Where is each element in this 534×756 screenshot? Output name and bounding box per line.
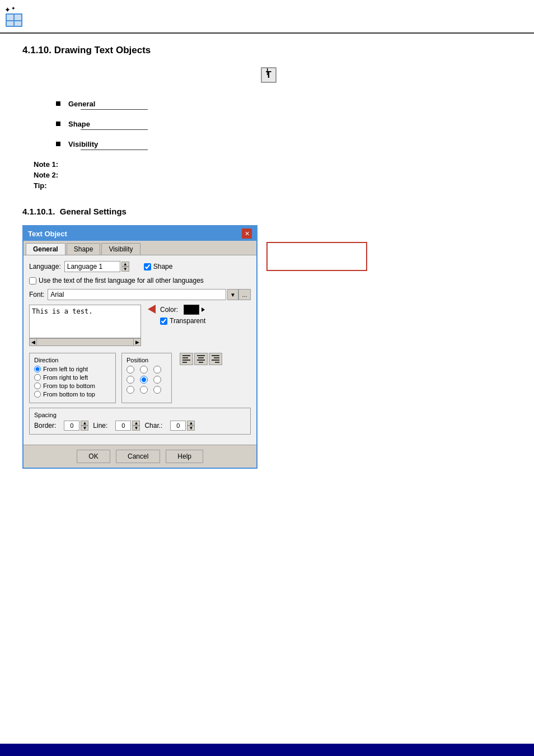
border-spinner[interactable]: ▲ ▼ xyxy=(81,421,88,431)
dialog-wrapper: Text Object ✕ General Shape Visibility L… xyxy=(22,225,512,469)
pos-top-right[interactable] xyxy=(153,366,161,374)
bullet-list: General Shape Visibility xyxy=(56,100,512,150)
align-center-icon xyxy=(197,355,205,363)
shape-checkbox[interactable] xyxy=(144,263,151,270)
text-input[interactable]: This is a test. xyxy=(29,305,141,338)
lang-spin-down[interactable]: ▼ xyxy=(121,267,129,272)
direction-left-to-right: From left to right xyxy=(34,366,111,372)
red-arrow-indicator xyxy=(148,305,156,314)
transparent-checkbox[interactable] xyxy=(160,318,167,325)
char-spinner-group: ▲ ▼ xyxy=(170,421,195,431)
radio-left-to-right[interactable] xyxy=(34,366,41,372)
help-button[interactable]: Help xyxy=(166,450,203,463)
language-spinner[interactable]: ▲ ▼ xyxy=(121,262,129,272)
dialog-buttons: OK Cancel Help xyxy=(24,445,256,468)
font-dropdown-button[interactable]: ▼ xyxy=(227,289,238,300)
line-spin-down[interactable]: ▼ xyxy=(132,426,140,431)
use-text-label[interactable]: Use the text of the first language for a… xyxy=(29,277,204,284)
position-grid xyxy=(127,366,167,394)
spacing-section: Spacing Border: ▲ ▼ Line: xyxy=(29,408,251,435)
label-left-to-right: From left to right xyxy=(43,366,88,372)
line-spin-up[interactable]: ▲ xyxy=(132,421,140,426)
dialog-title-bar: Text Object ✕ xyxy=(24,226,256,241)
svg-rect-3 xyxy=(7,15,13,20)
char-label: Char.: xyxy=(144,422,162,430)
char-input[interactable] xyxy=(170,421,186,431)
pos-top-left[interactable] xyxy=(127,366,134,374)
pos-bot-left[interactable] xyxy=(127,386,134,394)
direction-label: Direction xyxy=(34,357,111,363)
bullet-label-visibility: Visibility xyxy=(68,140,148,148)
font-browse-button[interactable]: ... xyxy=(238,289,251,300)
svg-text:✦: ✦ xyxy=(4,6,11,14)
radio-right-to-left[interactable] xyxy=(34,374,41,381)
note-2: Note 2: xyxy=(34,171,512,179)
label-top-to-bottom: From top to bottom xyxy=(43,382,95,389)
radio-top-to-bottom[interactable] xyxy=(34,382,41,389)
tab-visibility[interactable]: Visibility xyxy=(101,243,140,255)
bullet-item-visibility: Visibility xyxy=(56,140,512,150)
align-left-button[interactable] xyxy=(180,353,193,365)
hscroll-track[interactable] xyxy=(37,338,133,346)
ok-button[interactable]: OK xyxy=(77,450,110,463)
dialog-close-button[interactable]: ✕ xyxy=(242,228,252,239)
line-input[interactable] xyxy=(115,421,131,431)
tab-general[interactable]: General xyxy=(26,243,65,255)
spacing-label: Spacing xyxy=(34,412,246,418)
align-center-button[interactable] xyxy=(194,353,208,365)
bullet-item-general: General xyxy=(56,100,512,110)
char-spinner[interactable]: ▲ ▼ xyxy=(187,421,195,431)
svg-rect-6 xyxy=(15,21,21,26)
align-left-icon xyxy=(182,355,190,363)
align-right-icon xyxy=(212,355,219,363)
language-row: Language: ▲ ▼ Shape xyxy=(29,261,251,272)
border-spin-up[interactable]: ▲ xyxy=(81,421,88,426)
line-label: Line: xyxy=(93,422,107,430)
dialog-box: Text Object ✕ General Shape Visibility L… xyxy=(22,225,257,469)
line-spinner[interactable]: ▲ ▼ xyxy=(132,421,140,431)
cursor-t-icon: | xyxy=(266,67,268,75)
hscroll-right[interactable]: ▶ xyxy=(133,338,141,346)
border-spin-down[interactable]: ▼ xyxy=(81,426,88,431)
position-section: Position xyxy=(121,353,172,403)
text-input-wrapper: This is a test. ◀ ▶ xyxy=(29,305,141,349)
transparent-row: Transparent xyxy=(160,317,205,325)
direction-top-to-bottom: From top to bottom xyxy=(34,382,111,389)
pos-mid-center[interactable] xyxy=(140,376,148,384)
shape-checkbox-text: Shape xyxy=(153,263,173,270)
dir-pos-row: Direction From left to right From right … xyxy=(29,353,251,403)
pos-bot-right[interactable] xyxy=(153,386,161,394)
logo-icon: ✦ ✦ xyxy=(4,4,26,28)
font-label: Font: xyxy=(29,291,44,298)
dialog-tabs: General Shape Visibility xyxy=(24,241,256,255)
cancel-button[interactable]: Cancel xyxy=(116,450,160,463)
sub-section-heading: 4.1.10.1. General Settings xyxy=(22,207,512,216)
color-arrow-icon[interactable] xyxy=(202,307,205,312)
border-input[interactable] xyxy=(64,421,79,431)
text-tool-row: | T xyxy=(22,67,512,83)
svg-text:✦: ✦ xyxy=(11,6,16,11)
color-box[interactable] xyxy=(184,305,199,315)
shape-checkbox-label[interactable]: Shape xyxy=(144,263,173,270)
tab-shape[interactable]: Shape xyxy=(67,243,101,255)
direction-right-to-left: From right to left xyxy=(34,374,111,381)
bottom-status-bar xyxy=(0,744,534,756)
language-input[interactable] xyxy=(64,261,120,272)
notes-section: Note 1: Note 2: Tip: xyxy=(34,160,512,190)
char-spin-up[interactable]: ▲ xyxy=(187,421,195,426)
svg-rect-4 xyxy=(15,15,21,20)
border-spinner-group: ▲ ▼ xyxy=(64,421,88,431)
font-input[interactable] xyxy=(48,289,226,300)
align-right-button[interactable] xyxy=(209,353,222,365)
radio-bottom-to-top[interactable] xyxy=(34,391,41,398)
pos-bot-center[interactable] xyxy=(140,386,148,394)
pos-mid-left[interactable] xyxy=(127,376,134,384)
pos-top-center[interactable] xyxy=(140,366,148,374)
char-spin-down[interactable]: ▼ xyxy=(187,426,195,431)
use-text-checkbox[interactable] xyxy=(29,277,36,284)
lang-spin-up[interactable]: ▲ xyxy=(121,262,129,267)
transparent-label[interactable]: Transparent xyxy=(160,317,205,325)
hscroll-left[interactable]: ◀ xyxy=(29,338,37,346)
pos-mid-right[interactable] xyxy=(153,376,161,384)
label-bottom-to-top: From bottom to top xyxy=(43,391,95,398)
